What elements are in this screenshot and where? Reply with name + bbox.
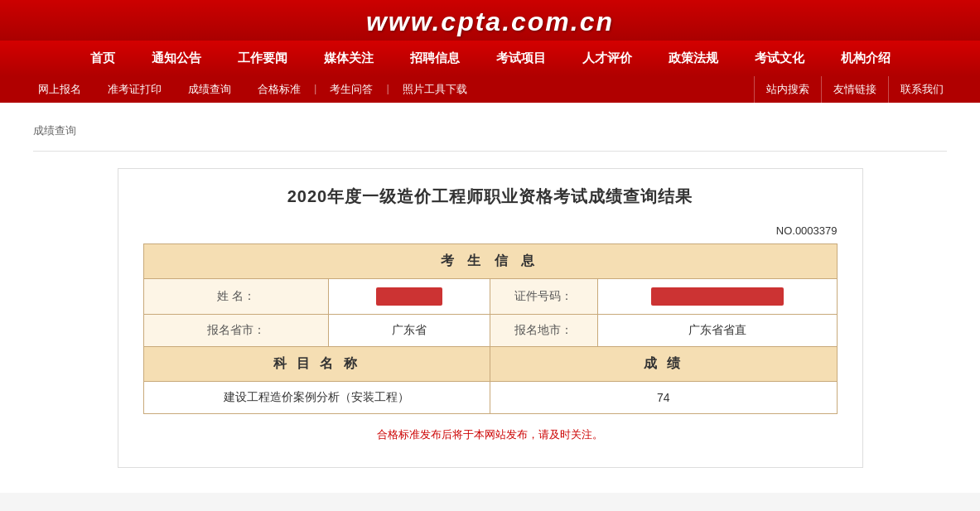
id-value [597,279,837,315]
result-no: NO.0003379 [143,224,838,237]
score-header: 成 绩 [490,347,837,382]
page-content: 成绩查询 2020年度一级造价工程师职业资格考试成绩查询结果 NO.000337… [0,103,980,493]
sub-nav-right: 站内搜索 友情链接 联系我们 [754,76,955,103]
breadcrumb: 成绩查询 [33,115,947,152]
sub-nav-links[interactable]: 友情链接 [821,76,888,103]
header-top: www.cpta.com.cn [0,0,980,41]
sub-nav-photo[interactable]: 照片工具下载 [389,76,480,103]
nav-news[interactable]: 工作要闻 [220,41,306,76]
name-label: 姓 名： [143,279,329,315]
subject-name: 建设工程造价案例分析（安装工程） [143,382,490,414]
sub-nav-admit[interactable]: 准考证打印 [94,76,175,103]
result-card: 2020年度一级造价工程师职业资格考试成绩查询结果 NO.0003379 考 生… [118,168,863,468]
sub-nav-faq[interactable]: 考生问答 [316,76,386,103]
sub-nav-contact[interactable]: 联系我们 [888,76,955,103]
nav-policy[interactable]: 政策法规 [650,41,736,76]
nav-jobs[interactable]: 招聘信息 [392,41,478,76]
id-label: 证件号码： [490,279,597,315]
redacted-id [651,287,784,306]
sub-nav-search[interactable]: 站内搜索 [754,76,821,103]
nav-media[interactable]: 媒体关注 [306,41,392,76]
sub-nav: 网上报名 准考证打印 成绩查询 合格标准 | 考生问答 | 照片工具下载 站内搜… [0,76,980,103]
result-title: 2020年度一级造价工程师职业资格考试成绩查询结果 [143,186,838,208]
sub-nav-standard[interactable]: 合格标准 [244,76,314,103]
candidate-info-header: 考 生 信 息 [143,244,837,279]
info-table: 考 生 信 息 姓 名： 证件号码： 报名省市： 广东省 报名地市： 广东省省直 [143,243,838,414]
nav-notice[interactable]: 通知公告 [133,41,220,76]
notice-text: 合格标准发布后将于本网站发布，请及时关注。 [143,427,838,442]
breadcrumb-text: 成绩查询 [33,124,76,137]
main-nav: 首页 通知公告 工作要闻 媒体关注 招聘信息 考试项目 人才评价 政策法规 考试… [0,41,980,76]
subject-header: 科 目 名 称 [143,347,490,382]
nav-home[interactable]: 首页 [72,41,133,76]
province-value: 广东省 [329,315,490,347]
score-header-row: 科 目 名 称 成 绩 [143,347,837,382]
name-value [329,279,490,315]
city-label: 报名地市： [490,315,597,347]
sub-nav-score[interactable]: 成绩查询 [175,76,244,103]
nav-culture[interactable]: 考试文化 [736,41,823,76]
nav-about[interactable]: 机构介绍 [823,41,909,76]
nav-talent[interactable]: 人才评价 [564,41,650,76]
score-value: 74 [490,382,837,414]
city-value: 广东省省直 [597,315,837,347]
sub-nav-left: 网上报名 准考证打印 成绩查询 合格标准 | 考生问答 | 照片工具下载 [25,76,754,103]
redacted-name [376,287,442,306]
header-logo: www.cpta.com.cn [0,7,980,37]
sub-nav-register[interactable]: 网上报名 [25,76,94,103]
section-header-row: 考 生 信 息 [143,244,837,279]
province-row: 报名省市： 广东省 报名地市： 广东省省直 [143,315,837,347]
name-row: 姓 名： 证件号码： [143,279,837,315]
nav-exam[interactable]: 考试项目 [478,41,564,76]
province-label: 报名省市： [143,315,329,347]
score-row: 建设工程造价案例分析（安装工程） 74 [143,382,837,414]
